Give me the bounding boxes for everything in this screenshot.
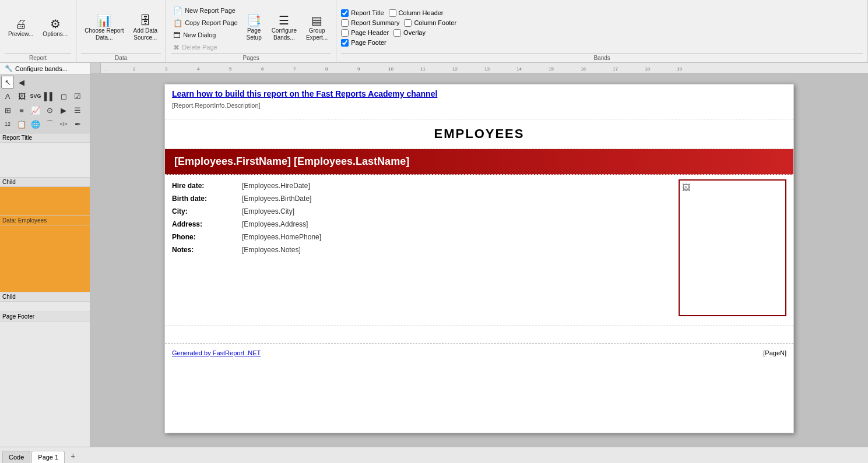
data-band: Hire date: [Employees.HireDate] Birth da… <box>165 175 793 326</box>
page-setup-icon: 📑 <box>247 15 261 26</box>
city-value: [Employees.City] <box>242 207 294 215</box>
html-tool[interactable]: </> <box>57 118 70 130</box>
checkbox-tool[interactable]: ☑ <box>71 90 84 103</box>
pen-tool[interactable]: ✒ <box>71 118 84 130</box>
choose-report-data-button[interactable]: 📊 Choose Report Data... <box>81 12 127 44</box>
overlay-checkbox[interactable] <box>393 29 401 37</box>
column-footer-checkbox[interactable] <box>404 19 412 27</box>
code-tab[interactable]: Code <box>2 451 30 463</box>
delete-page-button[interactable]: ✖ Delete Page <box>171 42 240 53</box>
options-button[interactable]: ⚙ Options... <box>39 16 71 40</box>
page-header-checkbox-item[interactable]: Page Header <box>341 29 389 37</box>
table-tool[interactable]: ⊞ <box>1 104 14 116</box>
sub-report-tool[interactable]: ☰ <box>71 104 84 116</box>
overlay-checkbox-item[interactable]: Overlay <box>393 29 426 37</box>
pointer-tool[interactable]: ↖ <box>1 76 14 89</box>
new-dialog-button[interactable]: 🗔 New Dialog <box>171 30 240 41</box>
data-group: 📊 Choose Report Data... 🗄 Add Data Sourc… <box>76 0 166 62</box>
report-title-checkbox-item[interactable]: Report Title <box>341 9 384 17</box>
code-tab-label: Code <box>9 454 24 461</box>
employees-title: EMPLOYEES <box>172 126 786 142</box>
birth-date-label: Birth date: <box>172 195 242 203</box>
image-placeholder-icon: 🖼 <box>682 183 690 192</box>
page-setup-button[interactable]: 📑 Page Setup <box>243 12 266 44</box>
right-arrow-tool[interactable]: ▶ <box>57 104 70 116</box>
add-datasource-icon: 🗄 <box>139 15 151 26</box>
column-header-checkbox-item[interactable]: Column Header <box>389 9 444 17</box>
page-footer-checkbox[interactable] <box>341 39 349 47</box>
configure-icon: ☰ <box>279 15 289 26</box>
globe-tool[interactable]: 🌐 <box>29 118 42 130</box>
pages-group: 📄 New Report Page 📋 Copy Report Page 🗔 N… <box>166 0 336 62</box>
number-tool[interactable]: 12 <box>1 118 14 130</box>
column-footer-checkbox-item[interactable]: Column Footer <box>404 19 456 27</box>
configure-bands-button[interactable]: ☰ Configure Bands... <box>268 12 300 44</box>
svg-tool[interactable]: SVG <box>29 90 42 103</box>
page1-tab[interactable]: Page 1 <box>31 451 65 463</box>
report-title-link[interactable]: Learn how to build this report on the Fa… <box>172 89 786 98</box>
bands-col: Report Title Column Header Report Summar… <box>341 8 456 48</box>
image-placeholder: 🖼 <box>679 179 786 316</box>
chart-tool[interactable]: 📈 <box>29 104 42 116</box>
collapse-button[interactable]: ◀ <box>15 76 28 89</box>
report-title-band: Learn how to build this report on the Fa… <box>165 84 793 119</box>
bands-group: Report Title Column Header Report Summar… <box>336 0 868 62</box>
ruler-corner <box>90 63 101 73</box>
page-footer-band: Generated by FastReport .NET [PageN] <box>165 344 793 361</box>
ruler: ····· 2 3 4 5 6 7 8 9 10 11 12 13 14 15 … <box>90 63 868 73</box>
preview-button[interactable]: 🖨 Preview... <box>5 16 37 40</box>
arc-tool[interactable]: ⌒ <box>43 118 56 130</box>
birth-date-value: [Employees.BirthDate] <box>242 195 311 203</box>
page1-tab-label: Page 1 <box>38 454 58 461</box>
tools-panel: ↖ ◀ A 🖼 SVG ▌▌ ◻ ☑ ⊞ ≡ 📈 ⊙ ▶ ☰ <box>0 75 90 133</box>
report-summary-checkbox[interactable] <box>341 19 349 27</box>
main-area: 🔧 Configure bands... ↖ ◀ A 🖼 SVG ▌▌ ◻ ☑ … <box>0 63 868 447</box>
hire-date-value: [Employees.HireDate] <box>242 182 310 190</box>
page-header-checkbox[interactable] <box>341 29 349 37</box>
footer-link[interactable]: Generated by FastReport .NET <box>172 349 261 356</box>
report-summary-checkbox-item[interactable]: Report Summary <box>341 19 399 27</box>
text-tool[interactable]: A <box>1 90 14 103</box>
left-panel: 🔧 Configure bands... ↖ ◀ A 🖼 SVG ▌▌ ◻ ☑ … <box>0 63 90 447</box>
group-header-text: [Employees.FirstName] [Employees.LastNam… <box>174 155 409 168</box>
preview-icon: 🖨 <box>15 18 27 30</box>
pages-col: 📄 New Report Page 📋 Copy Report Page 🗔 N… <box>171 3 240 53</box>
report-description: [Report.ReportInfo.Description] <box>172 102 786 109</box>
band-labels: Report Title Child Data: Employees Child… <box>0 133 90 321</box>
child-band-label-2: Child <box>0 292 90 302</box>
city-label: City: <box>172 207 242 215</box>
add-tab-button[interactable]: + <box>66 449 80 463</box>
group-header-band: [Employees.FirstName] [Employees.LastNam… <box>165 149 793 175</box>
add-data-source-button[interactable]: 🗄 Add Data Source... <box>129 12 161 44</box>
options-icon: ⚙ <box>50 18 61 30</box>
address-value: [Employees.Address] <box>242 220 308 228</box>
group-expert-button[interactable]: ▤ Group Expert... <box>303 12 331 44</box>
gauge-tool[interactable]: ⊙ <box>43 104 56 116</box>
configure-bands-icon: 🔧 <box>5 65 13 72</box>
footer-page: [PageN] <box>763 349 786 356</box>
image-tool[interactable]: 🖼 <box>15 90 28 103</box>
column-header-checkbox[interactable] <box>389 9 396 17</box>
new-report-page-button[interactable]: 📄 New Report Page <box>171 5 240 16</box>
canvas-area[interactable]: ····· 2 3 4 5 6 7 8 9 10 11 12 13 14 15 … <box>90 63 868 447</box>
shape-tool[interactable]: ◻ <box>57 90 70 103</box>
configure-bands-bar[interactable]: 🔧 Configure bands... <box>0 63 90 75</box>
list-tool[interactable]: ≡ <box>15 104 28 116</box>
copy-page-icon: 📋 <box>173 19 182 27</box>
data-group-row: 📊 Choose Report Data... 🗄 Add Data Sourc… <box>81 2 161 53</box>
copy-report-page-button[interactable]: 📋 Copy Report Page <box>171 17 240 29</box>
bands-row-1: Report Title Column Header <box>341 8 456 18</box>
notes-label: Notes: <box>172 246 242 254</box>
barcode-tool[interactable]: ▌▌ <box>43 90 56 103</box>
new-dialog-icon: 🗔 <box>173 31 181 40</box>
child-band-label-1: Child <box>0 178 90 187</box>
data-tool[interactable]: 📋 <box>15 118 28 130</box>
report-title-checkbox[interactable] <box>341 9 349 17</box>
new-page-icon: 📄 <box>173 6 182 15</box>
page-footer-checkbox-item[interactable]: Page Footer <box>341 39 386 47</box>
choose-data-icon: 📊 <box>97 15 111 26</box>
report-title-band-label: Report Title <box>0 133 90 143</box>
report-page: Learn how to build this report on the Fa… <box>164 84 794 433</box>
data-employees-band-label: Data: Employees <box>0 216 90 225</box>
bands-row-4: Page Footer <box>341 38 456 48</box>
